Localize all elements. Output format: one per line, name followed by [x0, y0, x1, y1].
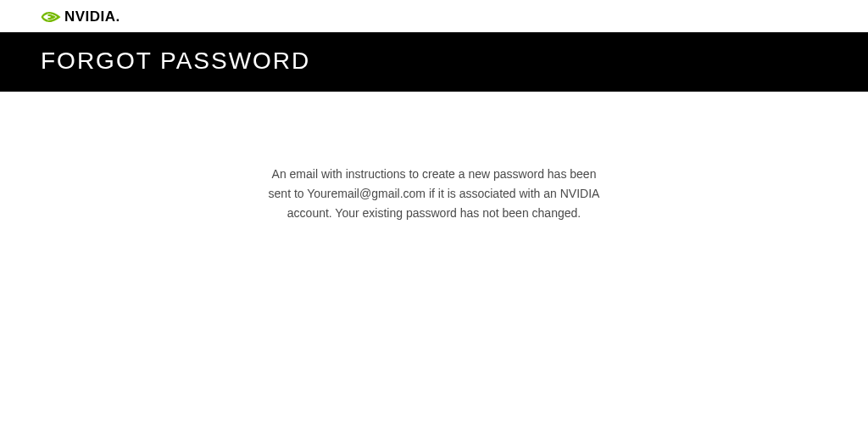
- brand-name: NVIDIA.: [64, 8, 120, 25]
- nvidia-eye-icon: [41, 10, 61, 24]
- content-area: An email with instructions to create a n…: [0, 92, 868, 223]
- top-bar: NVIDIA.: [0, 0, 868, 32]
- brand-logo[interactable]: NVIDIA.: [41, 8, 120, 25]
- title-bar: FORGOT PASSWORD: [0, 32, 868, 92]
- page-title: FORGOT PASSWORD: [41, 48, 827, 75]
- confirmation-message: An email with instructions to create a n…: [264, 165, 604, 223]
